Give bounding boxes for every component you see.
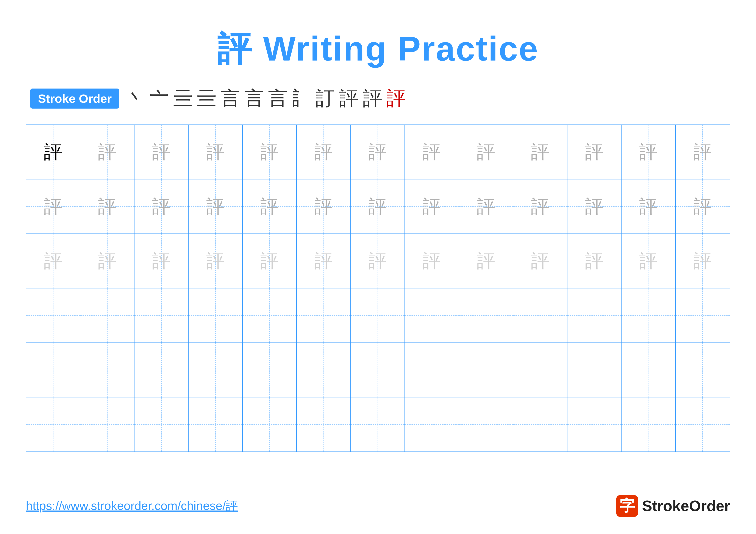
cell-2-13[interactable]: 評	[676, 179, 730, 234]
char-3-11: 評	[585, 249, 604, 273]
cell-6-13[interactable]	[676, 397, 730, 451]
cell-2-10[interactable]: 評	[513, 179, 567, 234]
cell-5-1[interactable]	[26, 343, 80, 397]
cell-4-4[interactable]	[189, 289, 243, 343]
cell-6-1[interactable]	[26, 397, 80, 451]
char-3-9: 評	[477, 249, 495, 273]
char-3-4: 評	[206, 249, 225, 273]
cell-3-9[interactable]: 評	[459, 234, 513, 288]
cell-2-6[interactable]: 評	[297, 179, 351, 234]
cell-5-5[interactable]	[243, 343, 297, 397]
cell-2-2[interactable]: 評	[80, 179, 134, 234]
cell-6-2[interactable]	[80, 397, 134, 451]
cell-6-9[interactable]	[459, 397, 513, 451]
cell-4-5[interactable]	[243, 289, 297, 343]
cell-3-12[interactable]: 評	[622, 234, 676, 288]
cell-3-11[interactable]: 評	[567, 234, 622, 288]
cell-5-13[interactable]	[676, 343, 730, 397]
cell-4-1[interactable]	[26, 289, 80, 343]
cell-3-4[interactable]: 評	[189, 234, 243, 288]
cell-3-5[interactable]: 評	[243, 234, 297, 288]
cell-2-8[interactable]: 評	[405, 179, 459, 234]
cell-1-3[interactable]: 評	[134, 125, 189, 179]
cell-1-8[interactable]: 評	[405, 125, 459, 179]
cell-4-11[interactable]	[567, 289, 622, 343]
grid-row-1: 評 評 評 評 評 評 評 評 評 評 評 評 評	[26, 125, 730, 179]
cell-1-1[interactable]: 評	[26, 125, 80, 179]
cell-5-8[interactable]	[405, 343, 459, 397]
cell-2-7[interactable]: 評	[351, 179, 405, 234]
char-2-12: 評	[639, 194, 658, 219]
cell-4-10[interactable]	[513, 289, 567, 343]
cell-3-6[interactable]: 評	[297, 234, 351, 288]
char-1-9: 評	[477, 140, 495, 165]
char-3-5: 評	[260, 249, 279, 273]
cell-4-9[interactable]	[459, 289, 513, 343]
cell-5-6[interactable]	[297, 343, 351, 397]
cell-2-9[interactable]: 評	[459, 179, 513, 234]
cell-1-2[interactable]: 評	[80, 125, 134, 179]
cell-5-9[interactable]	[459, 343, 513, 397]
cell-4-12[interactable]	[622, 289, 676, 343]
cell-3-3[interactable]: 評	[134, 234, 189, 288]
cell-2-1[interactable]: 評	[26, 179, 80, 234]
cell-6-11[interactable]	[567, 397, 622, 451]
cell-2-4[interactable]: 評	[189, 179, 243, 234]
stroke-3: 亖	[173, 85, 193, 112]
cell-5-4[interactable]	[189, 343, 243, 397]
cell-4-13[interactable]	[676, 289, 730, 343]
cell-4-7[interactable]	[351, 289, 405, 343]
cell-3-10[interactable]: 評	[513, 234, 567, 288]
cell-6-4[interactable]	[189, 397, 243, 451]
cell-1-9[interactable]: 評	[459, 125, 513, 179]
cell-1-5[interactable]: 評	[243, 125, 297, 179]
cell-3-1[interactable]: 評	[26, 234, 80, 288]
cell-3-13[interactable]: 評	[676, 234, 730, 288]
cell-5-11[interactable]	[567, 343, 622, 397]
cell-6-3[interactable]	[134, 397, 189, 451]
char-1-7: 評	[368, 140, 387, 165]
char-2-2: 評	[98, 194, 116, 219]
stroke-order-badge: Stroke Order	[30, 89, 120, 109]
cell-3-7[interactable]: 評	[351, 234, 405, 288]
cell-2-3[interactable]: 評	[134, 179, 189, 234]
char-2-5: 評	[260, 194, 279, 219]
cell-1-10[interactable]: 評	[513, 125, 567, 179]
cell-6-12[interactable]	[622, 397, 676, 451]
cell-6-6[interactable]	[297, 397, 351, 451]
grid-row-6	[26, 397, 730, 451]
char-3-12: 評	[639, 249, 658, 273]
cell-1-4[interactable]: 評	[189, 125, 243, 179]
grid-row-5	[26, 343, 730, 397]
cell-5-2[interactable]	[80, 343, 134, 397]
cell-1-7[interactable]: 評	[351, 125, 405, 179]
footer-url[interactable]: https://www.strokeorder.com/chinese/評	[26, 498, 238, 514]
stroke-order-section: Stroke Order 丶 亠 亖 亖 言 言 言 訁 訂 評 評 評	[26, 85, 730, 112]
cell-1-11[interactable]: 評	[567, 125, 622, 179]
cell-2-5[interactable]: 評	[243, 179, 297, 234]
cell-4-6[interactable]	[297, 289, 351, 343]
cell-2-11[interactable]: 評	[567, 179, 622, 234]
cell-5-12[interactable]	[622, 343, 676, 397]
cell-3-2[interactable]: 評	[80, 234, 134, 288]
cell-6-8[interactable]	[405, 397, 459, 451]
cell-5-3[interactable]	[134, 343, 189, 397]
title-section: 評 Writing Practice	[26, 26, 730, 72]
cell-5-10[interactable]	[513, 343, 567, 397]
cell-6-7[interactable]	[351, 397, 405, 451]
char-2-13: 評	[693, 194, 712, 219]
cell-5-7[interactable]	[351, 343, 405, 397]
cell-4-8[interactable]	[405, 289, 459, 343]
stroke-8: 訁	[292, 85, 311, 112]
cell-1-12[interactable]: 評	[622, 125, 676, 179]
cell-6-5[interactable]	[243, 397, 297, 451]
cell-4-3[interactable]	[134, 289, 189, 343]
stroke-2: 亠	[149, 85, 169, 112]
cell-4-2[interactable]	[80, 289, 134, 343]
cell-1-6[interactable]: 評	[297, 125, 351, 179]
cell-3-8[interactable]: 評	[405, 234, 459, 288]
cell-1-13[interactable]: 評	[676, 125, 730, 179]
cell-2-12[interactable]: 評	[622, 179, 676, 234]
footer-logo: 字 StrokeOrder	[616, 495, 730, 517]
cell-6-10[interactable]	[513, 397, 567, 451]
